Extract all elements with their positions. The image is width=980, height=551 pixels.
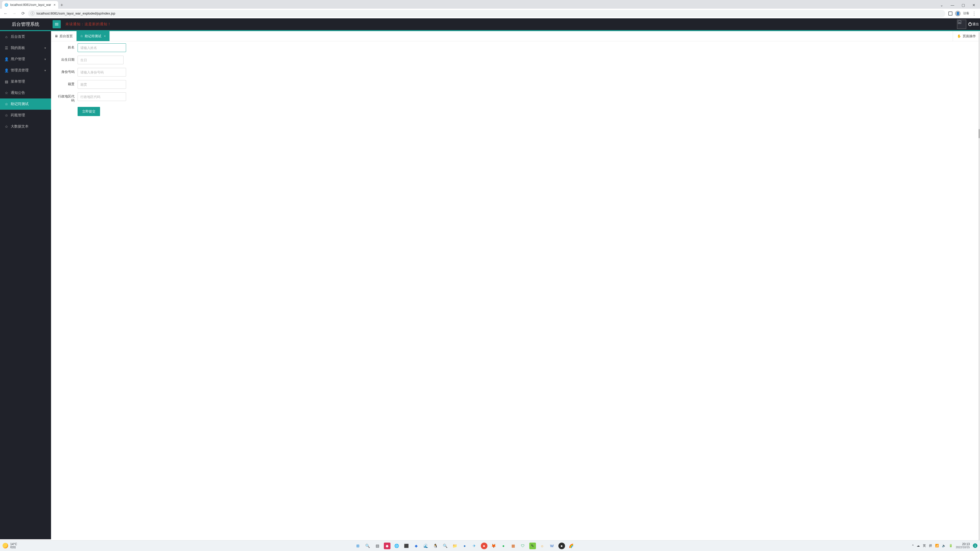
sidebar-item-7[interactable]: ☆药瓶管理 [0, 110, 51, 121]
form-row-4: 行政地区代码 [58, 92, 187, 103]
taskbar-app-9[interactable]: 🛡 [520, 543, 526, 549]
close-window-button[interactable]: ✕ [971, 3, 977, 7]
tray-volume-icon[interactable]: 🔈 [942, 544, 946, 548]
app-header: 后台管理系统 未读通知：这是新的通知！ 退出 [0, 18, 980, 31]
search-icon[interactable]: 🔍 [364, 543, 371, 549]
reload-button[interactable]: ⟳ [19, 10, 27, 17]
sidebar-item-label: 大数据文本 [11, 124, 29, 129]
content-tab-1[interactable]: ☆助记符测试× [76, 31, 110, 41]
form-label: 行政地区代码 [58, 92, 78, 103]
user-avatar-broken-image[interactable] [957, 20, 966, 29]
tray-chevron-icon[interactable]: ^ [912, 544, 914, 548]
weather-widget[interactable]: 14°C 晴朗 [3, 543, 17, 549]
chrome-icon[interactable]: 🌐 [393, 543, 400, 549]
sidebar-item-4[interactable]: ▤菜单管理 [0, 76, 51, 87]
input-2[interactable] [78, 68, 126, 76]
file-explorer-icon[interactable]: 📁 [452, 543, 458, 549]
form-label: 身份号码 [58, 68, 78, 74]
taskbar-app-4[interactable]: 🔍 [442, 543, 449, 549]
browser-toolbar: ← → ⟳ i localhost:8081/ssm_layui_war_exp… [0, 9, 980, 18]
firefox-icon[interactable]: 🦊 [490, 543, 497, 549]
forward-button[interactable]: → [11, 10, 18, 17]
tray-battery-icon[interactable]: 🔋 [949, 544, 953, 548]
taskbar-app-10[interactable]: ✎ [529, 543, 536, 549]
content-tab-label: 助记符测试 [85, 34, 101, 38]
sidebar-item-1[interactable]: ☰我的面板▼ [0, 42, 51, 54]
notification-badge[interactable]: 1 [973, 543, 977, 548]
taskbar-app-7[interactable]: ● [481, 543, 487, 549]
obs-icon[interactable]: ● [558, 543, 565, 549]
minimize-window-button[interactable]: ― [950, 3, 956, 7]
spotify-icon[interactable]: ● [500, 543, 507, 549]
sidebar-item-label: 药瓶管理 [11, 113, 25, 118]
scrollbar-track[interactable] [978, 32, 980, 540]
edge-icon[interactable]: 🌊 [423, 543, 429, 549]
chevron-down-icon: ▼ [44, 69, 46, 72]
input-0[interactable] [78, 43, 126, 52]
notice-marquee: 未读通知：这是新的通知！ [65, 22, 111, 27]
logout-label: 退出 [972, 22, 979, 27]
input-3[interactable] [78, 80, 126, 89]
extensions-icon[interactable] [948, 11, 953, 16]
sidebar-item-label: 用户管理 [11, 57, 25, 62]
sidebar-toggle-button[interactable] [52, 20, 61, 28]
kebab-menu-icon[interactable]: ⋮ [972, 11, 977, 16]
new-tab-button[interactable]: + [58, 2, 65, 9]
maximize-window-button[interactable]: ▢ [960, 3, 966, 7]
task-view-icon[interactable]: ▤ [374, 543, 381, 549]
form-label: 出生日期 [58, 56, 78, 62]
back-button[interactable]: ← [2, 10, 9, 17]
taskbar-app-2[interactable]: ⬛ [403, 543, 410, 549]
form-row-1: 出生日期 [58, 56, 187, 64]
browser-tab[interactable]: 🌐 localhost:8081/ssm_layui_war × [2, 1, 58, 9]
weather-desc: 晴朗 [10, 546, 17, 549]
scrollbar-thumb[interactable] [978, 129, 980, 138]
sidebar-item-5[interactable]: ☆通知公告 [0, 87, 51, 98]
ime-lang[interactable]: 英 [923, 544, 926, 548]
taskbar-app-5[interactable]: ● [461, 543, 468, 549]
main-area: 🖥后台首页☆助记符测试× ✋ 页面操作 姓名出生日期身份号码籍贯行政地区代码立即… [51, 31, 980, 539]
sidebar-item-0[interactable]: ⌂后台首页 [0, 31, 51, 42]
taskbar-app-6[interactable]: ✈ [471, 543, 478, 549]
qq-icon[interactable]: 🐧 [432, 543, 439, 549]
ime-method[interactable]: 拼 [929, 544, 932, 548]
profile-avatar-icon[interactable]: 👤 [955, 11, 961, 16]
sidebar-item-label: 菜单管理 [11, 79, 25, 84]
close-tab-icon[interactable]: × [104, 34, 106, 38]
form-label: 籍贯 [58, 80, 78, 86]
taskbar-app-11[interactable]: ☼ [539, 543, 546, 549]
logout-link[interactable]: 退出 [968, 22, 979, 27]
sidebar-item-6[interactable]: ☆助记符测试 [0, 98, 51, 110]
clock[interactable]: 20:13 2022/10/15 [956, 543, 970, 549]
sidebar-item-2[interactable]: 👤用户管理▼ [0, 54, 51, 65]
taskbar-app-8[interactable]: ▦ [510, 543, 517, 549]
tray-network-icon[interactable]: 📶 [935, 544, 939, 548]
star-icon: ☆ [5, 102, 8, 106]
start-button[interactable]: ⊞ [355, 543, 361, 549]
chevron-down-icon: ▼ [44, 58, 46, 61]
tab-title: localhost:8081/ssm_layui_war [10, 3, 52, 6]
sidebar-item-3[interactable]: 👤管理员管理▼ [0, 65, 51, 76]
content-tab-label: 后台首页 [59, 34, 73, 38]
tray-onedrive-icon[interactable]: ☁ [917, 544, 920, 548]
form-row-3: 籍贯 [58, 80, 187, 89]
address-bar[interactable]: i localhost:8081/ssm_layui_war_exploded/… [28, 10, 945, 17]
submit-button[interactable]: 立即提交 [78, 107, 100, 116]
sidebar-item-label: 后台首页 [11, 35, 25, 39]
input-4[interactable] [78, 92, 126, 101]
list-icon: ▤ [5, 79, 8, 84]
chrome-active-icon[interactable]: 🌈 [568, 543, 575, 549]
taskbar-app-3[interactable]: ◆ [413, 543, 420, 549]
taskbar-app-1[interactable]: ◆ [384, 543, 390, 549]
content-tab-0[interactable]: 🖥后台首页 [51, 31, 76, 41]
star-icon: ☆ [5, 91, 8, 95]
star-icon: ☆ [5, 113, 8, 118]
close-tab-icon[interactable]: × [54, 3, 56, 7]
site-info-icon[interactable]: i [30, 11, 35, 15]
svg-rect-0 [958, 21, 961, 24]
sidebar-item-8[interactable]: ☆大数据文本 [0, 121, 51, 132]
word-icon[interactable]: W [549, 543, 555, 549]
dropdown-icon[interactable]: ⌄ [939, 3, 945, 7]
input-1[interactable] [78, 56, 124, 64]
page-operations-button[interactable]: ✋ 页面操作 [953, 31, 980, 41]
